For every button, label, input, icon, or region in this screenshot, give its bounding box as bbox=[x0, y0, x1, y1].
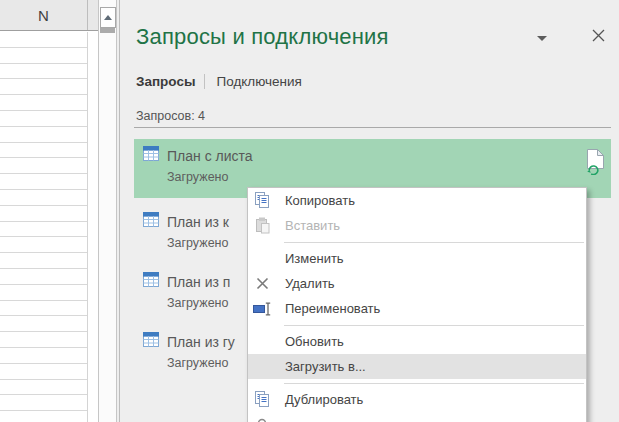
pane-tabs: Запросы Подключения bbox=[136, 74, 302, 89]
menu-separator bbox=[248, 379, 586, 387]
query-name: План с листа bbox=[167, 148, 253, 164]
menu-item-duplicate[interactable]: Дублировать bbox=[248, 387, 586, 412]
chevron-down-icon bbox=[537, 36, 547, 41]
paperclip-icon bbox=[252, 416, 272, 422]
blank-icon-slot bbox=[252, 358, 272, 376]
menu-item-copy[interactable]: Копировать bbox=[248, 188, 586, 213]
copy-icon bbox=[252, 391, 272, 409]
query-context-menu: Копировать Вставить Изменить Удалить bbox=[247, 187, 587, 422]
copy-icon bbox=[252, 192, 272, 210]
tab-connections[interactable]: Подключения bbox=[216, 74, 301, 89]
query-name: План из к bbox=[167, 214, 229, 230]
menu-item-edit[interactable]: Изменить bbox=[248, 246, 586, 271]
menu-item-label: Удалить bbox=[285, 276, 335, 291]
excel-window: N Запросы и подключения Запросы Подключе… bbox=[0, 0, 619, 422]
blank-icon-slot bbox=[252, 250, 272, 268]
menu-item-label: Изменить bbox=[285, 251, 344, 266]
column-header-row: N bbox=[0, 0, 98, 31]
menu-item-label: Вставить bbox=[285, 218, 340, 233]
scroll-up-icon bbox=[104, 15, 112, 20]
menu-item-paste[interactable]: Вставить bbox=[248, 213, 586, 238]
query-row-main: План с листа bbox=[134, 139, 611, 165]
query-name: План из гу bbox=[167, 334, 235, 350]
query-name: План из п bbox=[167, 274, 230, 290]
menu-item-label: Копировать bbox=[285, 193, 355, 208]
tab-queries[interactable]: Запросы bbox=[136, 74, 195, 89]
cells-area[interactable] bbox=[0, 32, 88, 422]
menu-item-load-to[interactable]: Загрузить в... bbox=[248, 354, 586, 379]
vertical-scrollbar[interactable] bbox=[98, 0, 117, 422]
tab-separator bbox=[204, 74, 205, 89]
pane-title: Запросы и подключения bbox=[136, 24, 389, 50]
menu-item-refresh[interactable]: Обновить bbox=[248, 329, 586, 354]
menu-item-label: Переименовать bbox=[285, 301, 380, 316]
list-top-separator bbox=[134, 127, 611, 128]
table-icon bbox=[143, 146, 159, 165]
pane-close-button[interactable] bbox=[587, 26, 609, 48]
menu-item-label: Обновить bbox=[285, 334, 344, 349]
separator-line bbox=[284, 383, 584, 384]
menu-item-reference-partial[interactable] bbox=[248, 412, 586, 422]
doc-refresh-icon bbox=[585, 148, 606, 179]
scrollbar-thumb[interactable] bbox=[100, 28, 115, 33]
table-icon bbox=[143, 332, 159, 351]
menu-item-delete[interactable]: Удалить bbox=[248, 271, 586, 296]
paste-icon bbox=[252, 217, 272, 235]
query-status: Загружено bbox=[167, 170, 611, 184]
blank-icon-slot bbox=[252, 333, 272, 351]
scroll-up-button[interactable] bbox=[100, 7, 116, 28]
column-header-n[interactable]: N bbox=[0, 0, 88, 30]
menu-separator bbox=[248, 321, 586, 329]
pane-options-button[interactable] bbox=[529, 30, 555, 46]
rename-icon bbox=[252, 300, 272, 318]
separator-line bbox=[284, 325, 584, 326]
table-icon bbox=[143, 212, 159, 231]
table-icon bbox=[143, 272, 159, 291]
menu-item-label: Загрузить в... bbox=[285, 359, 366, 374]
menu-separator bbox=[248, 238, 586, 246]
close-icon bbox=[592, 28, 605, 46]
worksheet-grid[interactable]: N bbox=[0, 0, 98, 422]
menu-item-label: Дублировать bbox=[285, 392, 363, 407]
delete-x-icon bbox=[252, 275, 272, 293]
query-count-label: Запросов: 4 bbox=[136, 109, 205, 123]
menu-item-rename[interactable]: Переименовать bbox=[248, 296, 586, 321]
separator-line bbox=[284, 242, 584, 243]
